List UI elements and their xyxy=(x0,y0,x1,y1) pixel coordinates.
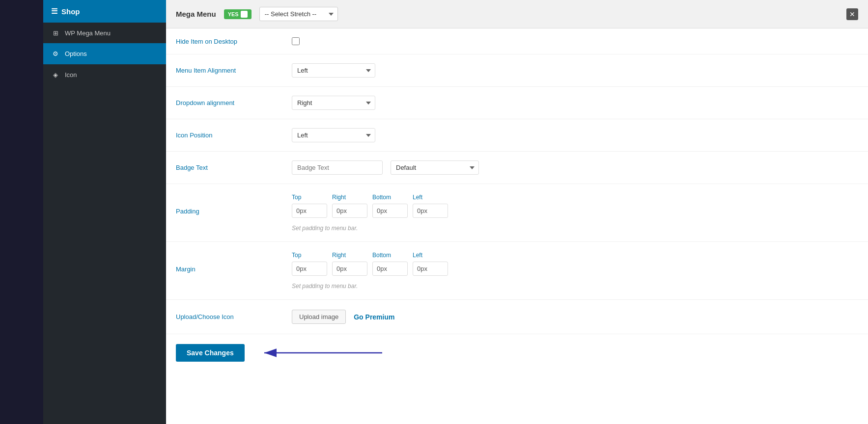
menu-item-alignment-row: Menu Item Alignment Left Center Right xyxy=(166,54,868,87)
sidebar-item-wp-mega-menu[interactable]: ⊞ WP Mega Menu xyxy=(43,23,166,43)
padding-bottom-header: Bottom xyxy=(372,194,408,201)
top-bar: Mega Menu YES -- Select Stretch -- ✕ xyxy=(166,0,868,28)
yes-toggle-button[interactable]: YES xyxy=(224,9,252,19)
padding-bottom-input[interactable] xyxy=(372,204,408,218)
upload-row: Upload/Choose Icon Upload image Go Premi… xyxy=(166,300,868,334)
left-sidebar-item-2[interactable] xyxy=(0,10,43,16)
menu-icon: ☰ xyxy=(51,7,57,16)
margin-right-input[interactable] xyxy=(332,262,367,276)
badge-text-input[interactable] xyxy=(292,160,383,175)
badge-text-row: Badge Text Default Red Green Blue Orange xyxy=(166,152,868,184)
save-changes-button[interactable]: Save Changes xyxy=(176,344,245,362)
icon-position-select[interactable]: Left Right xyxy=(292,128,375,142)
close-button[interactable]: ✕ xyxy=(846,8,858,20)
margin-hint: Set padding to menu bar. xyxy=(292,283,448,290)
stretch-select[interactable]: -- Select Stretch -- xyxy=(259,7,338,21)
sidebar-item-icon[interactable]: ◈ Icon xyxy=(43,64,166,85)
margin-left-header: Left xyxy=(413,252,448,259)
padding-row: Padding Top Right Bottom Left Set pad xyxy=(176,194,858,232)
padding-hint: Set padding to menu bar. xyxy=(292,225,448,232)
padding-left-header: Left xyxy=(413,194,448,201)
left-sidebar-item-3[interactable] xyxy=(0,16,43,22)
arrow-svg xyxy=(254,345,382,360)
margin-inputs: Top Right Bottom Left Set padding to men… xyxy=(292,252,448,290)
upload-image-label: Upload image xyxy=(299,313,338,320)
hide-item-row: Hide Item on Desktop xyxy=(166,28,868,54)
padding-fields xyxy=(292,204,448,218)
padding-left-input[interactable] xyxy=(413,204,448,218)
upload-image-button[interactable]: Upload image xyxy=(292,310,346,324)
left-sidebar-item-5[interactable] xyxy=(0,27,43,33)
margin-label: Margin xyxy=(176,252,284,273)
margin-bottom-header: Bottom xyxy=(372,252,408,259)
gear-icon: ⚙ xyxy=(51,50,60,58)
dropdown-alignment-label: Dropdown alignment xyxy=(176,99,284,106)
left-sidebar-item-4[interactable] xyxy=(0,22,43,27)
padding-right-header: Right xyxy=(332,194,367,201)
grid-icon: ⊞ xyxy=(51,28,60,37)
hide-item-label: Hide Item on Desktop xyxy=(176,38,284,45)
margin-top-input[interactable] xyxy=(292,262,327,276)
padding-headers: Top Right Bottom Left xyxy=(292,194,448,201)
padding-label: Padding xyxy=(176,194,284,215)
margin-fields xyxy=(292,262,448,276)
main-sidebar: ☰ Shop ⊞ WP Mega Menu ⚙ Options ◀ ◈ Icon xyxy=(43,0,166,424)
margin-right-header: Right xyxy=(332,252,367,259)
main-panel: Hide Item on Desktop Menu Item Alignment… xyxy=(166,28,868,424)
mega-menu-label: Mega Menu xyxy=(176,10,216,18)
margin-headers: Top Right Bottom Left xyxy=(292,252,448,259)
diamond-icon: ◈ xyxy=(51,70,60,79)
content-area: Mega Menu YES -- Select Stretch -- ✕ Hid… xyxy=(166,0,868,424)
go-premium-link[interactable]: Go Premium xyxy=(354,313,394,321)
sidebar-arrow-icon: ◀ xyxy=(152,49,158,58)
left-sidebar-item-6[interactable] xyxy=(0,33,43,39)
toggle-box-icon xyxy=(241,11,248,18)
arrow-annotation xyxy=(254,345,382,360)
hide-item-checkbox[interactable] xyxy=(292,37,300,45)
save-changes-label: Save Changes xyxy=(187,349,234,357)
padding-inputs: Top Right Bottom Left Set padding to men… xyxy=(292,194,448,232)
upload-label: Upload/Choose Icon xyxy=(176,313,284,320)
padding-right-input[interactable] xyxy=(332,204,367,218)
margin-left-input[interactable] xyxy=(413,262,448,276)
icon-position-label: Icon Position xyxy=(176,132,284,139)
menu-item-alignment-select[interactable]: Left Center Right xyxy=(292,63,375,78)
margin-row: Margin Top Right Bottom Left Set padd xyxy=(176,252,858,290)
dropdown-alignment-select[interactable]: Left Center Right xyxy=(292,96,375,110)
left-sidebar xyxy=(0,0,43,424)
sidebar-options-label: Options xyxy=(65,50,87,57)
menu-item-alignment-label: Menu Item Alignment xyxy=(176,67,284,74)
padding-section: Padding Top Right Bottom Left Set pad xyxy=(166,184,868,242)
margin-section: Margin Top Right Bottom Left Set padd xyxy=(166,242,868,300)
badge-text-label: Badge Text xyxy=(176,164,284,171)
padding-top-header: Top xyxy=(292,194,327,201)
close-icon: ✕ xyxy=(849,10,855,18)
margin-top-header: Top xyxy=(292,252,327,259)
sidebar-wp-mega-menu-label: WP Mega Menu xyxy=(65,29,111,37)
dropdown-alignment-row: Dropdown alignment Left Center Right xyxy=(166,87,868,119)
sidebar-shop-label: Shop xyxy=(61,7,80,16)
icon-position-row: Icon Position Left Right xyxy=(166,119,868,152)
left-sidebar-item-7[interactable] xyxy=(0,39,43,45)
save-row: Save Changes xyxy=(166,334,868,371)
padding-top-input[interactable] xyxy=(292,204,327,218)
left-sidebar-item-1[interactable] xyxy=(0,4,43,10)
badge-color-select[interactable]: Default Red Green Blue Orange xyxy=(391,160,479,175)
sidebar-icon-label: Icon xyxy=(65,71,77,79)
yes-toggle-label: YES xyxy=(228,11,239,17)
sidebar-header: ☰ Shop xyxy=(43,0,166,23)
margin-bottom-input[interactable] xyxy=(372,262,408,276)
sidebar-item-options[interactable]: ⚙ Options ◀ xyxy=(43,43,166,64)
